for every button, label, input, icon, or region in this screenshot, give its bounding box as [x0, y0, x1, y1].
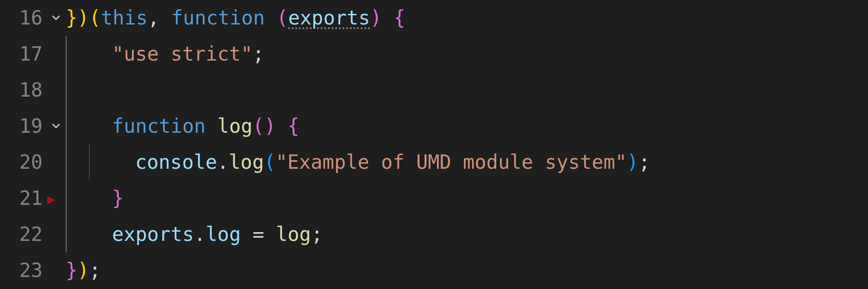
line-number: 21 — [0, 180, 46, 216]
function-keyword: function — [171, 0, 265, 36]
code-content[interactable]: } — [66, 180, 124, 216]
code-content[interactable]: function log() { — [66, 108, 300, 144]
code-content[interactable]: }); — [66, 252, 101, 289]
space — [159, 0, 171, 36]
identifier-log: log — [276, 216, 311, 252]
string-literal: "use strict" — [112, 36, 252, 72]
indent — [89, 180, 112, 216]
paren-close: ) — [77, 252, 89, 289]
indent-guide — [66, 180, 89, 216]
paren-open: ( — [252, 108, 264, 144]
fold-chevron-down-icon[interactable] — [46, 108, 66, 144]
indent-guide — [89, 144, 112, 180]
semicolon: ; — [638, 144, 650, 180]
console-object: console — [135, 144, 217, 180]
brace-open: { — [287, 108, 299, 144]
dot: . — [217, 144, 229, 180]
line-number: 18 — [0, 72, 46, 108]
code-content[interactable]: console.log("Example of UMD module syste… — [66, 144, 650, 180]
code-line[interactable]: 16 })(this, function (exports) { — [0, 0, 868, 36]
code-content[interactable]: })(this, function (exports) { — [66, 0, 405, 36]
comma: , — [148, 0, 159, 36]
string-literal: "Example of UMD module system" — [275, 144, 627, 180]
svg-marker-0 — [47, 196, 56, 204]
indent — [112, 144, 135, 180]
space — [206, 108, 217, 144]
equals: = — [241, 216, 276, 252]
breakpoint-marker-icon[interactable] — [46, 180, 66, 217]
function-keyword: function — [112, 108, 206, 144]
code-line[interactable]: 21 } — [0, 180, 868, 216]
line-number: 17 — [0, 36, 46, 72]
line-number: 22 — [0, 216, 46, 252]
function-name: log — [218, 108, 253, 144]
brace-close: } — [66, 252, 77, 289]
brace-close: } — [112, 180, 124, 216]
code-line[interactable]: 22 exports.log = log; — [0, 216, 868, 252]
indent — [89, 108, 112, 144]
code-line[interactable]: 20 console.log("Example of UMD module sy… — [0, 144, 868, 180]
indent — [89, 36, 112, 72]
paren-close: ) — [627, 144, 638, 180]
paren-open: ( — [276, 0, 288, 36]
paren-close: ) — [264, 108, 276, 144]
code-content[interactable] — [66, 72, 89, 108]
exports-object: exports — [112, 216, 194, 252]
space — [276, 108, 287, 144]
line-number: 20 — [0, 144, 46, 180]
line-number: 23 — [0, 252, 46, 289]
code-line[interactable]: 18 — [0, 72, 868, 108]
code-editor[interactable]: 16 })(this, function (exports) { 17 "use… — [0, 0, 868, 289]
param-exports: exports — [288, 0, 370, 36]
code-line[interactable]: 17 "use strict"; — [0, 36, 868, 72]
indent-guide — [66, 36, 89, 72]
paren-open: ( — [264, 144, 275, 180]
indent-guide — [66, 108, 89, 144]
property-log: log — [206, 216, 241, 252]
paren-close: ) — [370, 0, 382, 36]
line-number: 19 — [0, 108, 46, 144]
brace-open: { — [393, 0, 405, 36]
brace-close: } — [66, 0, 77, 36]
space — [382, 0, 393, 36]
code-line[interactable]: 23 }); — [0, 252, 868, 289]
code-content[interactable]: exports.log = log; — [66, 216, 323, 252]
semicolon: ; — [89, 252, 101, 289]
log-method: log — [229, 144, 264, 180]
indent-guide — [66, 216, 89, 252]
this-keyword: this — [101, 0, 148, 36]
line-number: 16 — [0, 0, 46, 36]
fold-chevron-down-icon[interactable] — [46, 0, 66, 36]
semicolon: ; — [252, 36, 264, 72]
indent-guide — [66, 72, 89, 108]
space — [265, 0, 276, 36]
indent-guide — [66, 144, 89, 180]
code-line[interactable]: 19 function log() { — [0, 108, 868, 144]
paren-close: ) — [77, 0, 89, 36]
code-content[interactable]: "use strict"; — [66, 36, 264, 72]
semicolon: ; — [311, 216, 323, 252]
dot: . — [194, 216, 206, 252]
paren-open: ( — [89, 0, 101, 36]
indent — [89, 216, 112, 252]
